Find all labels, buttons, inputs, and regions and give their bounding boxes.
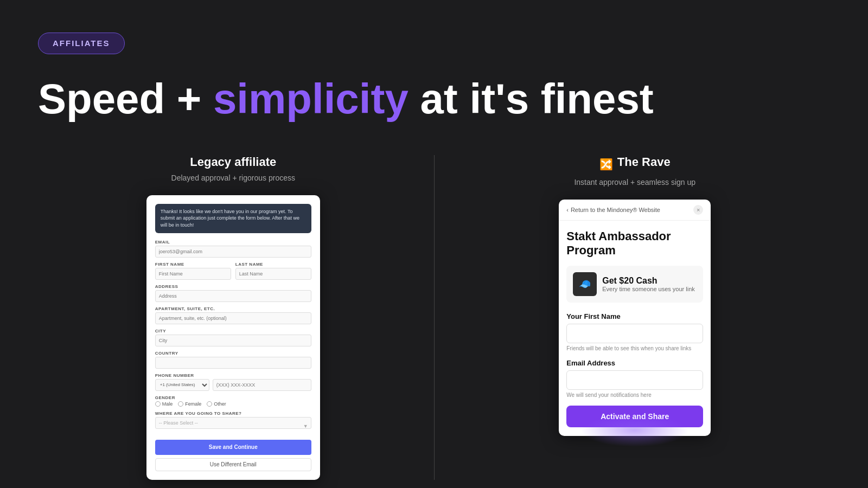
apt-input[interactable] (155, 312, 311, 324)
address-group: Address (155, 284, 311, 302)
gender-label: GENDER (155, 395, 311, 400)
rave-subtitle: Instant approval + seamless sign up (574, 178, 695, 187)
rave-first-name-input[interactable] (566, 324, 703, 343)
gender-male[interactable]: Male (155, 401, 173, 407)
city-label: City (155, 329, 311, 333)
rave-icon: 🔀 (599, 158, 613, 171)
share-label: WHERE ARE YOU GOING TO SHARE? (155, 411, 311, 416)
affiliates-badge: AFFILIATES (38, 33, 125, 54)
legacy-title: Legacy affiliate (190, 155, 276, 169)
back-button[interactable]: ‹ Return to the Mindoney® Website (566, 207, 660, 213)
last-name-input[interactable] (235, 268, 311, 280)
country-label: Country (155, 351, 311, 356)
last-name-label: LAST NAME (235, 262, 311, 267)
column-divider (434, 155, 435, 480)
first-name-group: FIRST NAME (155, 262, 231, 280)
rave-mockup: ‹ Return to the Mindoney® Website × Stak… (559, 200, 711, 436)
product-image: 🧢 (573, 272, 597, 296)
headline-highlight: simplicity (213, 75, 409, 123)
email-input[interactable] (155, 246, 311, 258)
last-name-group: LAST NAME (235, 262, 311, 280)
legacy-mockup: Thanks! It looks like we don't have you … (146, 195, 320, 480)
legacy-col: Legacy affiliate Delayed approval + rigo… (38, 155, 429, 480)
name-row: FIRST NAME LAST NAME (155, 262, 311, 280)
address-input[interactable] (155, 290, 311, 302)
back-label: Return to the Mindoney® Website (571, 207, 660, 213)
gender-group: GENDER Male Female Other (155, 395, 311, 407)
city-group: City (155, 329, 311, 346)
first-name-input[interactable] (155, 268, 231, 280)
rave-title: The Rave (617, 155, 671, 169)
reward-sub: Every time someone uses your link (602, 286, 695, 292)
share-select[interactable]: -- Please Select -- (155, 417, 311, 429)
first-name-label: FIRST NAME (155, 262, 231, 267)
gender-female[interactable]: Female (178, 401, 201, 407)
comparison-section: Legacy affiliate Delayed approval + rigo… (38, 155, 830, 480)
phone-country-select[interactable]: +1 (United States) (155, 379, 209, 391)
rave-col: 🔀 The Rave Instant approval + seamless s… (440, 155, 831, 436)
rave-title-row: 🔀 The Rave (599, 155, 671, 174)
program-title: Stakt Ambassador Program (566, 229, 703, 258)
headline-part1: Speed + (38, 75, 213, 123)
share-group: WHERE ARE YOU GOING TO SHARE? -- Please … (155, 411, 311, 435)
email-field-group: EMAIL (155, 240, 311, 258)
select-chevron-icon: ▼ (303, 423, 308, 429)
other-label: Other (214, 401, 226, 407)
email-hint: We will send your notifications here (566, 392, 703, 398)
address-label: Address (155, 284, 311, 289)
first-name-hint: Friends will be able to see this when yo… (566, 345, 703, 351)
other-radio-dot (207, 401, 212, 407)
use-different-email-button[interactable]: Use Different Email (155, 458, 311, 471)
page-container: AFFILIATES Speed + simplicity at it's fi… (0, 0, 868, 488)
gender-other[interactable]: Other (207, 401, 226, 407)
back-chevron-icon: ‹ (566, 207, 569, 213)
main-headline: Speed + simplicity at it's finest (38, 76, 830, 123)
female-label: Female (185, 401, 201, 407)
female-radio-dot (178, 401, 183, 407)
headline-part2: at it's finest (409, 75, 654, 123)
country-input[interactable] (155, 357, 311, 369)
badge-label: AFFILIATES (53, 38, 110, 48)
save-continue-button[interactable]: Save and Continue (155, 440, 311, 455)
reward-text: Get $20 Cash Every time someone uses you… (602, 276, 695, 292)
apt-group: Apartment, suite, etc. (155, 306, 311, 324)
country-group: Country (155, 351, 311, 369)
rave-email-input[interactable] (566, 370, 703, 390)
reward-card: 🧢 Get $20 Cash Every time someone uses y… (566, 266, 703, 303)
legacy-banner: Thanks! It looks like we don't have you … (155, 204, 311, 233)
first-name-label: Your First Name (566, 312, 703, 320)
phone-row: +1 (United States) (155, 379, 311, 391)
gender-radio-group: Male Female Other (155, 401, 311, 407)
phone-group: PHONE NUMBER +1 (United States) (155, 373, 311, 391)
close-button[interactable]: × (693, 205, 703, 215)
activate-share-button[interactable]: Activate and Share (566, 406, 703, 427)
city-input[interactable] (155, 335, 311, 346)
email-label: EMAIL (155, 240, 311, 245)
email-label: Email Address (566, 359, 703, 367)
legacy-subtitle: Delayed approval + rigorous process (171, 174, 295, 182)
male-radio-dot (155, 401, 161, 407)
phone-number-input[interactable] (213, 379, 311, 391)
reward-amount: Get $20 Cash (602, 276, 695, 286)
phone-label: PHONE NUMBER (155, 373, 311, 378)
apt-label: Apartment, suite, etc. (155, 306, 311, 311)
rave-body: Stakt Ambassador Program 🧢 Get $20 Cash … (559, 221, 711, 436)
close-icon: × (697, 207, 700, 213)
male-label: Male (162, 401, 173, 407)
rave-header: ‹ Return to the Mindoney® Website × (559, 200, 711, 221)
